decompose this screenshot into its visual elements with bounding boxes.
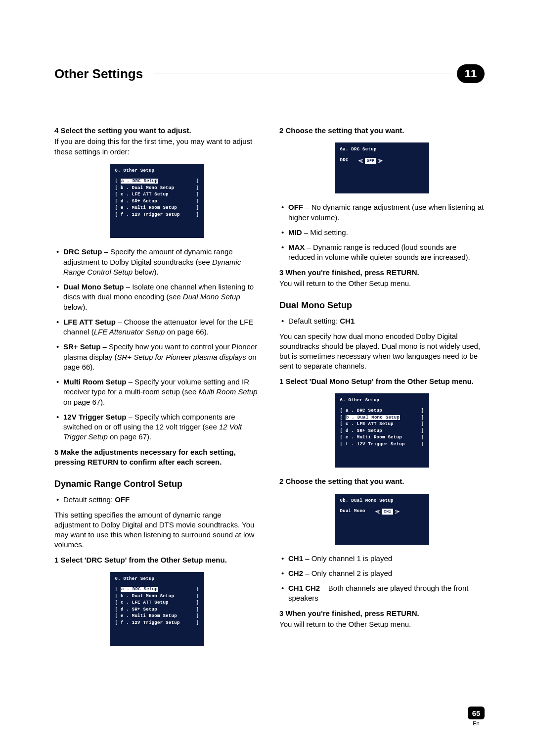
list-item: MAX – Dynamic range is reduced (loud sou… [279, 242, 485, 263]
right-column: 2 Choose the setting that you want. 6a. … [279, 123, 485, 655]
page-language: En [468, 720, 485, 726]
list-item: Multi Room Setup – Specify your volume s… [54, 377, 260, 407]
step2-label: 2 Choose the setting that you want. [279, 126, 404, 135]
drc-default: Default setting: OFF [54, 495, 260, 505]
drc-heading: Dynamic Range Control Setup [54, 478, 260, 490]
dm-step2-label: 2 Choose the setting that you want. [279, 477, 404, 485]
header-rule [154, 74, 452, 74]
chapter-header: Other Settings 11 [54, 64, 485, 83]
osd-title: 6. Other Setup [115, 168, 199, 175]
step3-note: You will return to the Other Setup menu. [279, 279, 485, 288]
chapter-number-badge: 11 [457, 64, 485, 83]
list-item: MID – Mid setting. [279, 228, 485, 237]
osd-other-setup-1: 6. Other Setup [ a . DRC Setup] [ b . Du… [110, 164, 204, 238]
osd-dualmono-setup: 6b. Dual Mono Setup Dual Mono ◀[ CH1 ]▶ [335, 494, 429, 545]
dm-step3-label: 3 When you're finished, press RETURN. [279, 609, 419, 617]
list-item: 12V Trigger Setup – Specify which compon… [54, 412, 260, 442]
osd-drc-setup: 6a. DRC Setup DRC ◀[ OFF ]▶ [335, 142, 429, 193]
osd-other-setup-3: 6. Other Setup [ a . DRC Setup] [ b . Du… [335, 393, 429, 468]
osd-value: CH1 [382, 509, 393, 515]
dm-options: CH1 – Only channel 1 is played CH2 – Onl… [279, 554, 485, 604]
osd-param: Dual Mono [340, 508, 365, 515]
list-item: CH1 CH2 – Both channels are played throu… [279, 583, 485, 604]
page-footer: 65 En [468, 707, 485, 726]
list-item: OFF – No dynamic range adjustment (use w… [279, 202, 485, 223]
chapter-title: Other Settings [54, 66, 143, 82]
osd-title: 6. Other Setup [340, 397, 424, 404]
dm-paragraph: You can specify how dual mono encoded Do… [279, 331, 485, 372]
osd-title: 6b. Dual Mono Setup [340, 498, 424, 505]
list-item: CH1 – Only channel 1 is played [279, 554, 485, 564]
page-number-badge: 65 [468, 707, 485, 719]
list-item: DRC Setup – Specify the amount of dynami… [54, 247, 260, 277]
dm-default: Default setting: CH1 [279, 316, 485, 326]
list-item: LFE ATT Setup – Choose the attenuator le… [54, 317, 260, 337]
osd-title: 6. Other Setup [115, 576, 199, 583]
step4-note: If you are doing this for the first time… [54, 137, 260, 157]
step5-label: 5 Make the adjustments necessary for eac… [54, 448, 236, 466]
osd-value: OFF [365, 158, 376, 164]
list-item: Dual Mono Setup – Isolate one channel wh… [54, 282, 260, 312]
list-item: CH2 – Only channel 2 is played [279, 568, 485, 578]
left-column: 4 Select the setting you want to adjust.… [54, 123, 260, 655]
dualmono-heading: Dual Mono Setup [279, 299, 485, 311]
osd-other-setup-2: 6. Other Setup [ a . DRC Setup] [ b . Du… [110, 572, 204, 647]
step4-label: 4 Select the setting you want to adjust. [54, 126, 191, 135]
drc-options: OFF – No dynamic range adjustment (use w… [279, 202, 485, 262]
list-item: SR+ Setup – Specify how you want to cont… [54, 342, 260, 372]
osd-param: DRC [340, 157, 349, 164]
setup-descriptions: DRC Setup – Specify the amount of dynami… [54, 247, 260, 442]
drc-paragraph: This setting specifies the amount of dyn… [54, 510, 260, 550]
dm-step3-note: You will return to the Other Setup menu. [279, 619, 485, 629]
step3-label: 3 When you're finished, press RETURN. [279, 268, 419, 277]
dm-step1-label: 1 Select 'Dual Mono Setup' from the Othe… [279, 377, 474, 385]
drc-step1-label: 1 Select 'DRC Setup' from the Other Setu… [54, 556, 227, 564]
osd-title: 6a. DRC Setup [340, 146, 424, 153]
